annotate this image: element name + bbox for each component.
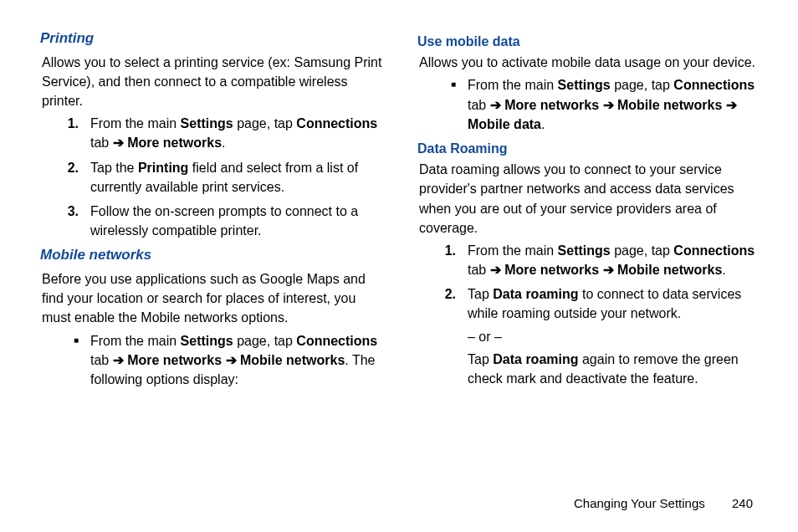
list-item: ■From the main Settings page, tap Connec… — [417, 75, 761, 134]
bullet-icon: ■ — [417, 75, 468, 134]
heading-data-roaming: Data Roaming — [417, 139, 761, 158]
list-body: From the main Settings page, tap Connect… — [468, 241, 761, 279]
footer-section: Changing Your Settings — [574, 496, 705, 510]
list-item: 1.From the main Settings page, tap Conne… — [417, 241, 761, 279]
list-number: 2. — [417, 284, 468, 388]
list-body: Tap Data roaming to connect to data serv… — [468, 284, 761, 388]
list-number: 1. — [40, 114, 90, 152]
right-column: Use mobile data Allows you to activate m… — [417, 27, 761, 496]
list-body: Follow the on-screen prompts to connect … — [90, 202, 384, 240]
list-item: 3.Follow the on-screen prompts to connec… — [40, 202, 384, 240]
list-number: 2. — [40, 158, 90, 197]
mobile-networks-intro: Before you use applications such as Goog… — [42, 269, 384, 328]
page-footer: Changing Your Settings 240 — [40, 496, 761, 515]
list-body: Tap the Printing field and select from a… — [90, 158, 384, 197]
use-mobile-data-intro: Allows you to activate mobile data usage… — [419, 53, 761, 72]
page: Printing Allows you to select a printing… — [0, 0, 798, 532]
mobile-networks-bullet: ■From the main Settings page, tap Connec… — [40, 331, 384, 390]
data-roaming-intro: Data roaming allows you to connect to yo… — [419, 160, 761, 238]
list-body: From the main Settings page, tap Connect… — [90, 331, 384, 390]
heading-mobile-networks: Mobile networks — [40, 245, 384, 266]
list-number: 3. — [40, 202, 90, 240]
columns: Printing Allows you to select a printing… — [40, 27, 761, 496]
list-subline: – or – — [468, 327, 761, 346]
list-body: From the main Settings page, tap Connect… — [468, 75, 761, 134]
bullet-icon: ■ — [40, 331, 90, 390]
left-column: Printing Allows you to select a printing… — [40, 27, 384, 496]
list-item: 2.Tap Data roaming to connect to data se… — [417, 284, 761, 388]
list-item: 2.Tap the Printing field and select from… — [40, 158, 384, 197]
list-body: From the main Settings page, tap Connect… — [90, 114, 384, 152]
list-number: 1. — [417, 241, 468, 279]
printing-intro: Allows you to select a printing service … — [42, 53, 384, 111]
data-roaming-steps: 1.From the main Settings page, tap Conne… — [417, 241, 761, 388]
footer-page-number: 240 — [732, 496, 753, 510]
printing-steps: 1.From the main Settings page, tap Conne… — [40, 114, 384, 240]
heading-printing: Printing — [40, 28, 384, 49]
list-item: ■From the main Settings page, tap Connec… — [40, 331, 384, 390]
use-mobile-data-bullet: ■From the main Settings page, tap Connec… — [417, 75, 761, 134]
list-subline: Tap Data roaming again to remove the gre… — [468, 350, 761, 388]
list-item: 1.From the main Settings page, tap Conne… — [40, 114, 384, 152]
heading-use-mobile-data: Use mobile data — [417, 32, 761, 51]
